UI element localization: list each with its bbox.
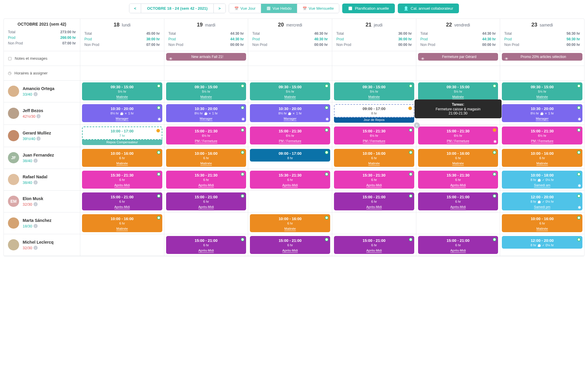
day-header-wed[interactable]: 20mercredi Total46:30 hr Prod46:30 hr No… [248, 19, 332, 51]
day-header-tue[interactable]: 19mardi Total44:30 hr Prod44:30 hr Non P… [164, 19, 248, 51]
shift-card[interactable]: 09:30 - 15:005½ hrMatinée [418, 82, 498, 100]
shift-card[interactable]: 12:00 - 20:008 hr 0¼ hrSamedi pm✱ [502, 192, 582, 210]
unassigned-cell[interactable] [248, 66, 332, 81]
comp-rest-bar: Repos Compensateur [82, 139, 162, 145]
shift-card[interactable]: 15:30 - 21:306 hrAprès-Midi [82, 171, 162, 189]
add-shift-button[interactable]: + [414, 122, 420, 128]
prev-week-button[interactable]: < [129, 4, 141, 13]
employee-row-header[interactable]: EM Elon Musk32/30i [4, 191, 80, 212]
shift-stack[interactable]: 09:00 - 17:008 hrJour de Repos [334, 104, 414, 123]
top-toolbar: < OCTOBRE 18 - 24 (sem 42 - 2021) > Vue … [4, 4, 584, 13]
info-icon[interactable]: i [34, 92, 38, 96]
shift-card[interactable]: 09:00 - 17:008 hr [250, 149, 330, 162]
unassigned-cell[interactable] [416, 66, 500, 81]
day-header-thu[interactable]: 21jeudi Total36:00 hr Prod36:00 hr Non P… [332, 19, 416, 51]
view-week-button[interactable]: Vue Hebdo [261, 4, 297, 13]
info-icon[interactable]: i [34, 246, 38, 250]
shift-card[interactable]: 10:00 - 16:006 hrMatinée [418, 149, 498, 167]
empty-shift-cell[interactable] [416, 212, 500, 234]
shift-card[interactable]: 10:00 - 16:006 hrMatinée [334, 149, 414, 167]
employee-row-header[interactable]: JF Juan Fernandez38/40i [4, 147, 80, 169]
shift-card[interactable]: 10:30 - 20:008½ hr 1 hrManager✱ [250, 104, 330, 122]
shift-card[interactable]: 10:00 - 16:006 hrMatinée [502, 214, 582, 232]
shift-card[interactable]: 15:00 - 21:006 hrAprès-Midi [334, 192, 414, 210]
avatar [8, 86, 19, 97]
empty-shift-cell[interactable] [80, 234, 164, 256]
shift-card[interactable]: 15:00 - 21:306½ hrPM / Fermeture [166, 127, 246, 144]
notes-cell[interactable]: Fermeture par Gérard [416, 51, 500, 66]
shift-card[interactable]: 10:00 - 16:006 hrMatinée [166, 149, 246, 167]
shift-card[interactable]: 12:00 - 20:008 hr 0¼ hr [502, 236, 582, 249]
day-header-fri[interactable]: 22vendredi Total44:30 hr Prod44:30 hr No… [416, 19, 500, 51]
shift-card[interactable]: 15:00 - 21:006 hrAprès-Midi [82, 192, 162, 210]
shift-card[interactable]: 09:30 - 15:005½ hrMatinée [502, 82, 582, 100]
shift-card[interactable]: 10:00 - 16:006 hrMatinée [250, 214, 330, 232]
shift-card[interactable]: 10:30 - 20:008½ hr 1 hrManager✱ [82, 104, 162, 122]
unassigned-cell[interactable] [332, 66, 416, 81]
shift-card[interactable]: 15:00 - 21:006 hrAprès-Midi [418, 192, 498, 210]
unassigned-cell[interactable] [164, 66, 248, 81]
shift-card[interactable]: 15:00 - 21:006 hrAprès-Midi [166, 192, 246, 210]
shift-card[interactable]: 10:30 - 20:008½ hr 1 hrManager✱ [166, 104, 246, 122]
shift-card[interactable]: 15:30 - 21:306 hrAprès-Midi [250, 171, 330, 189]
employee-row-header[interactable]: Amancio Ortega33/40i [4, 81, 80, 102]
info-icon[interactable]: i [34, 159, 38, 163]
date-range-label[interactable]: OCTOBRE 18 - 24 (sem 42 - 2021) [141, 4, 214, 13]
shift-card[interactable]: 10:00 - 16:006 hrMatinée [82, 149, 162, 167]
employee-row-header[interactable]: Gerard Mulliez39½/40i [4, 125, 80, 147]
empty-shift-cell[interactable] [332, 212, 416, 234]
shift-card[interactable]: 15:30 - 21:306 hrAprès-Midi [334, 171, 414, 189]
notes-cell[interactable]: Promo 20% articles sélection [500, 51, 584, 66]
notes-cell[interactable] [80, 51, 164, 66]
annual-collaborator-button[interactable]: Cal. annuel collaborateur [398, 4, 459, 13]
shift-card[interactable]: 15:00 - 21:306½ hrPM / Fermeture [250, 127, 330, 144]
info-icon[interactable]: i [36, 137, 41, 141]
employee-row-header[interactable]: Michel Leclercq32/30i [4, 234, 80, 256]
next-week-button[interactable]: > [214, 4, 225, 13]
unassigned-cell[interactable] [500, 66, 584, 81]
info-icon[interactable]: i [34, 180, 38, 184]
notes-cell[interactable]: New arrivals Fall 21! [164, 51, 248, 66]
shift-card[interactable]: 15:30 - 21:306 hrAprès-Midi [166, 171, 246, 189]
view-switch-group: Vue Jour Vue Hebdo Vue Mensuelle [229, 4, 340, 13]
shift-card[interactable]: 09:30 - 15:005½ hrMatinée [166, 82, 246, 100]
shift-stack[interactable]: 10:00 - 17:007 hrRepos Compensateur [82, 127, 162, 145]
shift-card[interactable]: 15:00 - 21:006 hrAprès-Midi [418, 236, 498, 254]
shift-card[interactable]: 15:00 - 21:306½ hrPM / Fermeture [334, 127, 414, 144]
employee-row-header[interactable]: Jeff Bezos42½/30i [4, 102, 80, 125]
shift-card[interactable]: 10:30 - 20:008½ hr 1 hrManager✱ [502, 104, 582, 122]
shift-card[interactable]: 15:30 - 21:306 hrAprès-Midi [418, 171, 498, 189]
shift-card[interactable]: 10:00 - 16:006 hrMatinée [502, 149, 582, 167]
shift-card[interactable]: 15:00 - 21:306½ hrPM / Fermeture✱ [418, 127, 498, 144]
shift-card[interactable]: 10:00 - 16:006 hrMatinée [82, 214, 162, 232]
info-icon[interactable]: i [34, 202, 38, 206]
shift-card[interactable]: 09:30 - 15:005½ hrMatinée [334, 82, 414, 100]
employee-row-header[interactable]: Rafael Nadal38/40i [4, 169, 80, 191]
day-header-sat[interactable]: 23samedi Total56:30 hr Prod56:30 hr Non … [500, 19, 584, 51]
shift-card[interactable]: 15:00 - 21:006 hrAprès-Midi [250, 236, 330, 254]
person-icon [404, 6, 408, 11]
shift-card[interactable]: 15:00 - 21:306½ hrPM / Fermeture [502, 127, 582, 144]
shift-card[interactable]: 15:00 - 21:006 hrAprès-Midi [166, 236, 246, 254]
info-icon[interactable]: i [34, 224, 38, 228]
note-pill[interactable]: New arrivals Fall 21! [166, 53, 246, 61]
info-icon[interactable]: i [36, 114, 41, 118]
annual-planning-button[interactable]: Planification anuelle [342, 4, 395, 13]
shift-card[interactable]: 15:00 - 21:006 hrAprès-Midi [334, 236, 414, 254]
shift-card[interactable]: 09:30 - 15:005½ hrMatinée [250, 82, 330, 100]
employee-row-header[interactable]: Marta Sánchez18/30i [4, 212, 80, 234]
notes-cell[interactable] [248, 51, 332, 66]
unassigned-cell[interactable] [80, 66, 164, 81]
avatar: EM [8, 196, 19, 207]
unassigned-row-label: Horaires à assigner [4, 66, 80, 81]
note-pill[interactable]: Promo 20% articles sélection [502, 53, 582, 61]
shift-card[interactable]: 09:30 - 15:005½ hrMatinée [82, 82, 162, 100]
view-day-button[interactable]: Vue Jour [229, 4, 261, 13]
notes-cell[interactable] [332, 51, 416, 66]
shift-card[interactable]: 10:00 - 18:008 hr 0¼ hrSamedi am✱ [502, 171, 582, 189]
empty-shift-cell[interactable] [248, 191, 332, 212]
empty-shift-cell[interactable] [164, 212, 248, 234]
view-month-button[interactable]: Vue Mensuelle [297, 4, 339, 13]
day-header-mon[interactable]: 18lundi Total45:00 hr Prod38:00 hr Non P… [80, 19, 164, 51]
note-pill[interactable]: Fermeture par Gérard [418, 53, 498, 61]
